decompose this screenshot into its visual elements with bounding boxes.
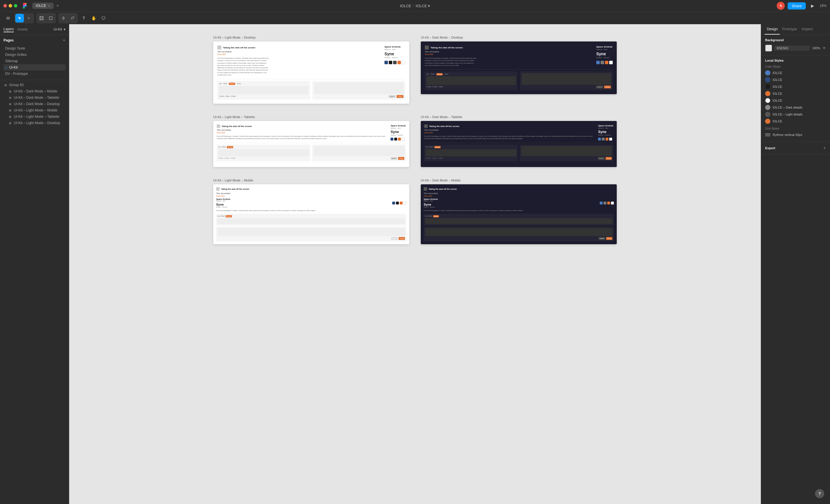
- background-opacity[interactable]: 100%: [812, 46, 820, 50]
- figma-icon: [22, 3, 28, 9]
- visibility-toggle[interactable]: 👁: [823, 46, 826, 50]
- ui-kit-label: Ui-Kit: [54, 27, 62, 31]
- frame-preview[interactable]: Taking the web off the screen Titre seco…: [213, 184, 409, 244]
- hand-tool[interactable]: ✋: [89, 14, 98, 23]
- canvas[interactable]: UI-Kit – Light Mode – Desktop Taking the…: [69, 24, 761, 504]
- help-button[interactable]: ?: [815, 489, 824, 498]
- layer-item[interactable]: ⊞ UI-Kit – Dark Mode – Tablette: [0, 95, 69, 101]
- play-button[interactable]: ▶: [809, 2, 817, 10]
- color-swatch: [765, 84, 770, 89]
- style-name: IOLCE: [773, 78, 782, 81]
- layer-item[interactable]: ⊞ UI-Kit – Light Mode – Tablette: [0, 113, 69, 120]
- page-item[interactable]: Design Grilles: [3, 52, 65, 58]
- color-style-item[interactable]: IOLCE: [765, 90, 826, 97]
- close-button[interactable]: [3, 4, 7, 7]
- color-style-item[interactable]: IOLCE – Dark details: [765, 104, 826, 111]
- menu-button[interactable]: [3, 13, 13, 23]
- frame-light-desktop[interactable]: UI-Kit – Light Mode – Desktop Taking the…: [213, 36, 409, 104]
- assets-tab[interactable]: Assets: [17, 27, 28, 32]
- main-layout: Layers Assets Ui-Kit ▾ Pages + Design Te…: [0, 24, 830, 504]
- layer-item[interactable]: ⊞ UI-Kit – Dark Mode – Desktop: [0, 101, 69, 107]
- frame-light-mobile[interactable]: UI-Kit – Light Mode – Mobile Taking the …: [213, 178, 409, 244]
- move-tool-group: [14, 13, 34, 23]
- tab-label: IOLCE: [36, 4, 46, 8]
- pen-tool[interactable]: [59, 14, 68, 23]
- page-item[interactable]: DV - Prototype: [3, 71, 65, 77]
- layer-label: Group 83: [9, 83, 24, 87]
- layer-item[interactable]: ⊞ UI-Kit – Dark Mode – Mobile: [0, 88, 69, 95]
- ui-kit-dropdown[interactable]: Ui-Kit ▾: [54, 27, 65, 31]
- shape-tool-group: [58, 13, 78, 23]
- layer-item[interactable]: ⊞ UI-Kit – Light Mode – Mobile: [0, 107, 69, 113]
- layer-item[interactable]: ⊞ UI-Kit – Light Mode – Desktop: [0, 120, 69, 126]
- breadcrumb-project: IOLCE: [400, 4, 411, 8]
- scale-tool[interactable]: [25, 14, 33, 23]
- color-swatch: [765, 70, 770, 75]
- frame-light-tablette[interactable]: UI-Kit – Light Mode – Tablette Taking th…: [213, 115, 409, 167]
- style-name: IOLCE: [773, 71, 782, 75]
- frame-label: UI-Kit – Dark Mode – Desktop: [421, 36, 617, 39]
- breadcrumb-page-dropdown[interactable]: IOLCE ▾: [416, 4, 430, 8]
- avatar: A: [777, 2, 785, 10]
- traffic-lights: [3, 4, 17, 7]
- page-item-active[interactable]: ✓ Ui-Kit: [3, 64, 65, 71]
- color-style-item[interactable]: IOLCE – Light details: [765, 111, 826, 118]
- design-tab[interactable]: Design: [765, 24, 780, 35]
- layers-tab[interactable]: Layers: [3, 27, 14, 32]
- inspect-tab[interactable]: Inspect: [799, 24, 815, 35]
- page-item[interactable]: Design Texte: [3, 45, 65, 52]
- background-color-value[interactable]: E5E5E5: [774, 45, 810, 51]
- section-tool[interactable]: [46, 14, 55, 23]
- frame-dark-tablette[interactable]: UI-Kit – Dark Mode – Tablette Taking the…: [421, 115, 617, 167]
- color-style-item[interactable]: IOLCE: [765, 83, 826, 90]
- add-page-button[interactable]: +: [63, 38, 65, 43]
- minimize-button[interactable]: [9, 4, 12, 7]
- frame-preview[interactable]: Taking the web off the screen Titre seco…: [421, 184, 617, 244]
- background-swatch[interactable]: [765, 45, 772, 52]
- frame-preview[interactable]: Taking the web off the screen Titre seco…: [213, 41, 409, 104]
- layer-label: UI-Kit – Light Mode – Tablette: [14, 114, 59, 119]
- zoom-level[interactable]: 18%: [820, 4, 827, 8]
- color-style-item[interactable]: IOLCE: [765, 97, 826, 104]
- page-item[interactable]: Sitemap: [3, 58, 65, 64]
- grid-style-name: Rythme vertical 20px: [773, 133, 802, 136]
- chevron-down-icon: ▾: [428, 4, 430, 8]
- background-row: E5E5E5 100% 👁: [765, 45, 826, 52]
- svg-rect-8: [49, 17, 52, 20]
- color-style-item[interactable]: IOLCE: [765, 118, 826, 125]
- color-style-item[interactable]: IOLCE: [765, 69, 826, 76]
- frame-dark-desktop[interactable]: UI-Kit – Dark Mode – Desktop Taking the …: [421, 36, 617, 104]
- style-name: IOLCE: [773, 92, 782, 95]
- frame-tool[interactable]: [37, 14, 46, 23]
- background-title: Background: [765, 38, 826, 42]
- style-name: IOLCE: [773, 85, 782, 89]
- frame-preview[interactable]: Taking the web off the screen Titre seco…: [213, 121, 409, 167]
- page-label: Ui-Kit: [9, 65, 18, 69]
- style-name: IOLCE – Dark details: [773, 106, 802, 109]
- pencil-tool[interactable]: [68, 14, 77, 23]
- right-panel: Design Prototype Inspect Background E5E5…: [761, 24, 830, 504]
- layer-item[interactable]: ⊞ Group 83: [0, 82, 69, 88]
- grid-style-item[interactable]: Rythme vertical 20px: [765, 131, 826, 138]
- active-tab[interactable]: IOLCE ✕: [32, 3, 54, 9]
- export-add-button[interactable]: +: [823, 145, 826, 150]
- new-tab-button[interactable]: +: [55, 3, 61, 9]
- page-label: Design Grilles: [5, 53, 27, 57]
- export-row: Export +: [765, 145, 826, 150]
- frame-preview[interactable]: Taking the web off the screen Titre seco…: [421, 41, 617, 94]
- color-style-item[interactable]: IOLCE: [765, 76, 826, 83]
- breadcrumb-page: IOLCE: [416, 4, 427, 8]
- toolbar: T ✋: [0, 11, 830, 24]
- fullscreen-button[interactable]: [14, 4, 17, 7]
- tab-close-icon[interactable]: ✕: [48, 4, 50, 7]
- prototype-tab[interactable]: Prototype: [780, 24, 799, 35]
- share-button[interactable]: Share: [788, 2, 806, 9]
- layer-icon: ⊞: [8, 102, 12, 106]
- move-tool[interactable]: [15, 14, 24, 23]
- canvas-grid: UI-Kit – Light Mode – Desktop Taking the…: [213, 36, 617, 244]
- frame-dark-mobile[interactable]: UI-Kit – Dark Mode – Mobile Taking the w…: [421, 178, 617, 244]
- frame-preview[interactable]: Taking the web off the screen Titre seco…: [421, 121, 617, 167]
- color-swatch: [765, 77, 770, 82]
- comment-tool[interactable]: [99, 14, 108, 23]
- text-tool[interactable]: T: [79, 14, 88, 23]
